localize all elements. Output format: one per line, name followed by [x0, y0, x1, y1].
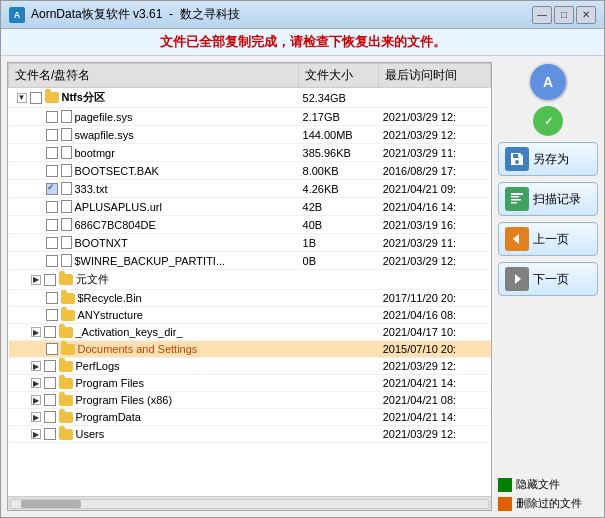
file-panel: 文件名/盘符名 文件大小 最后访问时间 ▼Ntfs分区52.34GBpagefi…: [7, 62, 492, 511]
minimize-button[interactable]: —: [532, 6, 552, 24]
table-row[interactable]: BOOTSECT.BAK8.00KB2016/08/29 17:: [9, 162, 491, 180]
file-name: BOOTSECT.BAK: [75, 165, 159, 177]
cell-name: swapfile.sys: [9, 126, 299, 144]
file-name: Program Files (x86): [76, 394, 173, 406]
cell-name: ✓333.txt: [9, 180, 299, 198]
hidden-file-legend: 隐藏文件: [498, 477, 598, 492]
scan-log-button[interactable]: 扫描记录: [498, 182, 598, 216]
folder-icon: [61, 310, 75, 321]
file-icon: [61, 110, 72, 123]
next-page-button[interactable]: 下一页: [498, 262, 598, 296]
save-as-button[interactable]: 另存为: [498, 142, 598, 176]
row-checkbox[interactable]: [46, 292, 58, 304]
row-checkbox[interactable]: [44, 274, 56, 286]
maximize-button[interactable]: □: [554, 6, 574, 24]
row-checkbox[interactable]: ✓: [46, 183, 58, 195]
cell-time: 2021/04/21 08:: [379, 392, 491, 409]
cell-time: 2021/03/19 16:: [379, 216, 491, 234]
save-icon: [505, 147, 529, 171]
table-row[interactable]: ANYstructure2021/04/16 08:: [9, 307, 491, 324]
expand-button[interactable]: ▶: [31, 429, 41, 439]
cell-name: ▶Program Files (x86): [9, 392, 299, 409]
table-row[interactable]: ▶ProgramData2021/04/21 14:: [9, 409, 491, 426]
cell-time: 2021/04/21 14:: [379, 409, 491, 426]
h-scrollbar-track[interactable]: [10, 499, 489, 509]
row-checkbox[interactable]: [46, 255, 58, 267]
table-row[interactable]: 686C7BC804DE40B2021/03/19 16:: [9, 216, 491, 234]
expand-button[interactable]: ▶: [31, 327, 41, 337]
table-row[interactable]: ✓333.txt4.26KB2021/04/21 09:: [9, 180, 491, 198]
table-row[interactable]: Documents and Settings2015/07/10 20:: [9, 341, 491, 358]
row-checkbox[interactable]: [46, 165, 58, 177]
folder-icon: [59, 412, 73, 423]
cell-size: 42B: [299, 198, 379, 216]
table-row[interactable]: ▶_Activation_keys_dir_2021/04/17 10:: [9, 324, 491, 341]
row-checkbox[interactable]: [46, 147, 58, 159]
cell-name: 686C7BC804DE: [9, 216, 299, 234]
row-checkbox[interactable]: [46, 129, 58, 141]
table-row[interactable]: BOOTNXT1B2021/03/29 11:: [9, 234, 491, 252]
row-checkbox[interactable]: [44, 411, 56, 423]
row-checkbox[interactable]: [46, 111, 58, 123]
table-row[interactable]: ▶PerfLogs2021/03/29 12:: [9, 358, 491, 375]
cell-name: BOOTNXT: [9, 234, 299, 252]
row-checkbox[interactable]: [44, 360, 56, 372]
file-scroll-area[interactable]: 文件名/盘符名 文件大小 最后访问时间 ▼Ntfs分区52.34GBpagefi…: [8, 63, 491, 496]
cell-name: ANYstructure: [9, 307, 299, 324]
table-row[interactable]: bootmgr385.96KB2021/03/29 11:: [9, 144, 491, 162]
expand-button[interactable]: ▶: [31, 361, 41, 371]
col-name-header: 文件名/盘符名: [9, 64, 299, 88]
table-row[interactable]: $Recycle.Bin2017/11/20 20:: [9, 290, 491, 307]
folder-icon: [59, 327, 73, 338]
cell-time: 2021/03/29 11:: [379, 234, 491, 252]
prev-page-button[interactable]: 上一页: [498, 222, 598, 256]
row-checkbox[interactable]: [44, 394, 56, 406]
row-checkbox[interactable]: [44, 326, 56, 338]
file-table-body: ▼Ntfs分区52.34GBpagefile.sys2.17GB2021/03/…: [9, 88, 491, 443]
table-row[interactable]: $WINRE_BACKUP_PARTITI...0B2021/03/29 12:: [9, 252, 491, 270]
file-icon: [61, 128, 72, 141]
cell-name: $Recycle.Bin: [9, 290, 299, 307]
table-row[interactable]: ▶Program Files (x86)2021/04/21 08:: [9, 392, 491, 409]
table-row[interactable]: ▶元文件: [9, 270, 491, 290]
cell-name: ▶ProgramData: [9, 409, 299, 426]
close-button[interactable]: ✕: [576, 6, 596, 24]
cell-name: ▶Users: [9, 426, 299, 443]
expand-button[interactable]: ▶: [31, 412, 41, 422]
row-checkbox[interactable]: [46, 237, 58, 249]
h-scrollbar-thumb[interactable]: [21, 500, 81, 508]
cell-size: 1B: [299, 234, 379, 252]
cell-size: 2.17GB: [299, 108, 379, 126]
horizontal-scrollbar[interactable]: [8, 496, 491, 510]
expand-button[interactable]: ▶: [31, 275, 41, 285]
svg-rect-2: [511, 199, 521, 201]
row-checkbox[interactable]: [46, 201, 58, 213]
row-checkbox[interactable]: [44, 428, 56, 440]
file-name: $Recycle.Bin: [78, 292, 142, 304]
hidden-color-swatch: [498, 478, 512, 492]
expand-button[interactable]: ▶: [31, 378, 41, 388]
table-row[interactable]: ▶Users2021/03/29 12:: [9, 426, 491, 443]
row-checkbox[interactable]: [44, 377, 56, 389]
file-table: 文件名/盘符名 文件大小 最后访问时间 ▼Ntfs分区52.34GBpagefi…: [8, 63, 491, 443]
deleted-file-legend: 删除过的文件: [498, 496, 598, 511]
prev-icon: [505, 227, 529, 251]
table-row[interactable]: ▼Ntfs分区52.34GB: [9, 88, 491, 108]
table-row[interactable]: APLUSAPLUS.url42B2021/04/16 14:: [9, 198, 491, 216]
row-checkbox[interactable]: [46, 343, 58, 355]
file-icon: [61, 164, 72, 177]
cell-name: ▶Program Files: [9, 375, 299, 392]
table-row[interactable]: swapfile.sys144.00MB2021/03/29 12:: [9, 126, 491, 144]
cell-time: 2021/03/29 12:: [379, 126, 491, 144]
cell-size: [299, 290, 379, 307]
row-checkbox[interactable]: [30, 92, 42, 104]
row-checkbox[interactable]: [46, 309, 58, 321]
cell-size: [299, 375, 379, 392]
scan-log-label: 扫描记录: [533, 191, 581, 208]
expand-button[interactable]: ▼: [17, 93, 27, 103]
table-row[interactable]: ▶Program Files2021/04/21 14:: [9, 375, 491, 392]
row-checkbox[interactable]: [46, 219, 58, 231]
cell-time: 2021/03/29 12:: [379, 252, 491, 270]
table-row[interactable]: pagefile.sys2.17GB2021/03/29 12:: [9, 108, 491, 126]
expand-button[interactable]: ▶: [31, 395, 41, 405]
